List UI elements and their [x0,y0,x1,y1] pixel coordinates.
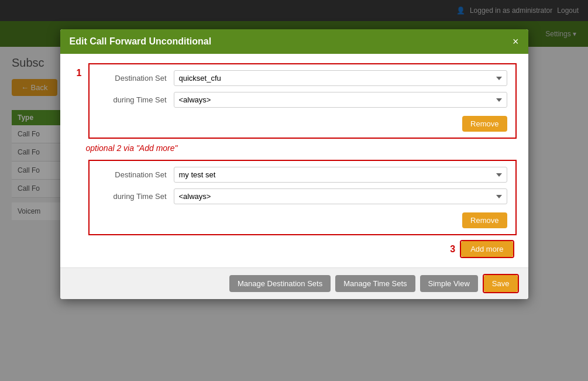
save-button[interactable]: Save [484,275,518,292]
time-set-row-1: during Time Set <always> [98,92,507,108]
add-more-button[interactable]: Add more [461,241,513,257]
modal-header: Edit Call Forward Unconditional × [60,29,528,54]
dest-set-label-2: Destination Set [98,170,174,179]
optional-label: optional 2 via "Add more" [86,143,517,153]
time-set-label-2: during Time Set [98,192,174,201]
section-3-number: 3 [450,244,455,255]
edit-call-forward-modal: Edit Call Forward Unconditional × 1 Dest… [60,29,528,299]
manage-dest-sets-button[interactable]: Manage Destination Sets [229,275,331,292]
simple-view-button[interactable]: Simple View [420,275,478,292]
time-set-select-2[interactable]: <always> [174,188,507,204]
dest-set-select-2[interactable]: my test set [174,167,507,183]
clearfix-2: Remove [98,210,507,228]
remove-button-2[interactable]: Remove [462,212,507,228]
section-1-number: 1 [77,68,82,78]
remove-button-1[interactable]: Remove [462,116,507,132]
clearfix-1: Remove [98,114,507,132]
save-button-wrapper: Save [483,274,519,293]
time-set-row-2: during Time Set <always> [98,188,507,204]
time-set-label-1: during Time Set [98,95,174,104]
manage-time-sets-button[interactable]: Manage Time Sets [335,275,415,292]
dest-set-select-1[interactable]: quickset_cfu [174,70,507,86]
modal-close-button[interactable]: × [513,36,519,47]
modal-title: Edit Call Forward Unconditional [70,36,212,47]
time-set-select-1[interactable]: <always> [174,92,507,108]
destination-set-row-2: Destination Set my test set [98,167,507,183]
section-1-container: Destination Set quickset_cfu during Time… [88,63,517,139]
destination-set-row-1: Destination Set quickset_cfu [98,70,507,86]
modal-body: 1 Destination Set quickset_cfu during Ti… [60,54,528,267]
add-more-row: 3 Add more [72,240,517,258]
section-2-container: Destination Set my test set during Time … [88,160,517,235]
dest-set-label-1: Destination Set [98,74,174,83]
add-more-wrapper: Add more [460,240,514,258]
modal-footer: Manage Destination Sets Manage Time Sets… [60,267,528,299]
